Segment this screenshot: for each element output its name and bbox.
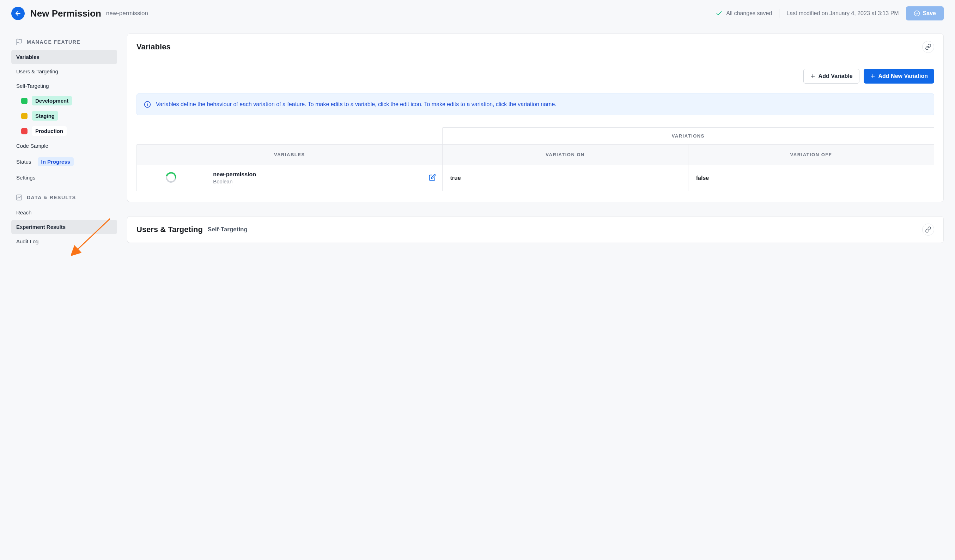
info-banner: Variables define the behaviour of each v… bbox=[136, 94, 934, 115]
page-slug: new-permission bbox=[106, 10, 148, 17]
add-variation-label: Add New Variation bbox=[878, 73, 928, 79]
info-icon bbox=[144, 101, 151, 108]
add-variable-label: Add Variable bbox=[819, 73, 853, 79]
copy-link-button[interactable] bbox=[922, 224, 934, 236]
sidebar-item-status[interactable]: Status In Progress bbox=[11, 153, 117, 171]
users-panel-header: Users & Targeting Self-Targeting bbox=[127, 216, 943, 242]
panel-title: Users & Targeting bbox=[136, 225, 203, 234]
sidebar-item-label: Variables bbox=[16, 54, 39, 60]
sidebar-item-code-sample[interactable]: Code Sample bbox=[11, 139, 117, 153]
env-label: Production bbox=[32, 126, 67, 136]
sidebar-item-audit-log[interactable]: Audit Log bbox=[11, 234, 117, 249]
save-button-label: Save bbox=[923, 10, 936, 17]
sidebar-item-label: Users & Targeting bbox=[16, 69, 58, 74]
table-row: new-permission Boolean true false bbox=[137, 165, 934, 191]
env-color-dot bbox=[21, 113, 28, 119]
link-icon bbox=[925, 44, 932, 50]
sidebar-item-users-targeting[interactable]: Users & Targeting bbox=[11, 64, 117, 79]
variable-name-cell: new-permission Boolean bbox=[205, 165, 442, 191]
edit-variable-button[interactable] bbox=[429, 174, 436, 182]
link-icon bbox=[925, 227, 932, 233]
sidebar-item-experiment-results[interactable]: Experiment Results bbox=[11, 220, 117, 234]
back-button[interactable] bbox=[11, 7, 25, 20]
variables-table: VARIATIONS VARIABLES VARIATION ON VARIAT… bbox=[136, 127, 934, 191]
sidebar-data-header: DATA & RESULTS bbox=[27, 195, 76, 200]
plus-icon bbox=[870, 74, 876, 79]
saved-indicator: All changes saved bbox=[715, 10, 772, 17]
copy-link-button[interactable] bbox=[922, 41, 934, 53]
check-circle-icon bbox=[914, 10, 920, 17]
sidebar-item-label: Audit Log bbox=[16, 238, 38, 244]
check-icon bbox=[715, 10, 723, 17]
last-modified: Last modified on January 4, 2023 at 3:13… bbox=[786, 10, 899, 17]
variation-on-value[interactable]: true bbox=[442, 165, 688, 191]
sidebar-item-label: Code Sample bbox=[16, 143, 48, 149]
users-targeting-panel: Users & Targeting Self-Targeting bbox=[127, 216, 944, 243]
sidebar-env-staging[interactable]: Staging bbox=[16, 108, 117, 124]
flag-icon bbox=[16, 38, 23, 45]
save-button[interactable]: Save bbox=[906, 6, 944, 20]
main-content: Variables Add Variable Add New Variation… bbox=[127, 33, 944, 249]
variation-off-header[interactable]: VARIATION OFF bbox=[688, 145, 934, 165]
variable-type: Boolean bbox=[213, 178, 434, 185]
sidebar-item-settings[interactable]: Settings bbox=[11, 171, 117, 185]
edit-icon bbox=[429, 174, 436, 181]
sidebar-env-development[interactable]: Development bbox=[16, 93, 117, 108]
page-title: New Permission bbox=[30, 8, 101, 19]
add-variation-button[interactable]: Add New Variation bbox=[864, 69, 934, 84]
variables-panel-header: Variables bbox=[127, 34, 943, 60]
env-label: Staging bbox=[32, 111, 58, 120]
variation-off-value[interactable]: false bbox=[688, 165, 934, 191]
arrow-left-icon bbox=[14, 10, 22, 17]
sidebar: MANAGE FEATURE Variables Users & Targeti… bbox=[11, 33, 117, 249]
svg-point-1 bbox=[914, 11, 919, 16]
saved-label: All changes saved bbox=[726, 10, 772, 17]
env-color-dot bbox=[21, 98, 28, 104]
sidebar-manage-header: MANAGE FEATURE bbox=[27, 39, 80, 45]
variable-type-icon-cell bbox=[137, 165, 205, 191]
status-badge: In Progress bbox=[38, 157, 74, 166]
variable-name: new-permission bbox=[213, 171, 434, 178]
variations-header: VARIATIONS bbox=[442, 128, 934, 145]
panel-title: Variables bbox=[136, 42, 171, 52]
sidebar-section-data: DATA & RESULTS bbox=[11, 189, 117, 205]
sidebar-item-label: Settings bbox=[16, 175, 35, 181]
sidebar-item-reach[interactable]: Reach bbox=[11, 205, 117, 220]
sidebar-item-self-targeting[interactable]: Self-Targeting bbox=[16, 79, 117, 93]
divider bbox=[779, 9, 780, 18]
chart-icon bbox=[16, 194, 23, 201]
page-header: New Permission new-permission All change… bbox=[0, 0, 955, 27]
sidebar-item-label: Status bbox=[16, 159, 31, 165]
boolean-type-icon bbox=[164, 170, 178, 185]
env-label: Development bbox=[32, 96, 72, 105]
variables-panel: Variables Add Variable Add New Variation… bbox=[127, 33, 944, 202]
add-variable-button[interactable]: Add Variable bbox=[803, 69, 860, 84]
sidebar-env-production[interactable]: Production bbox=[16, 124, 117, 139]
sidebar-item-label: Self-Targeting bbox=[16, 83, 49, 89]
variables-col-header: VARIABLES bbox=[137, 145, 443, 165]
info-text: Variables define the behaviour of each v… bbox=[156, 100, 556, 109]
sidebar-item-variables[interactable]: Variables bbox=[11, 50, 117, 64]
sidebar-item-label: Reach bbox=[16, 210, 31, 216]
plus-icon bbox=[810, 74, 816, 79]
variation-on-header[interactable]: VARIATION ON bbox=[442, 145, 688, 165]
sidebar-section-manage: MANAGE FEATURE bbox=[11, 33, 117, 50]
sidebar-item-label: Experiment Results bbox=[16, 224, 66, 230]
panel-subtitle: Self-Targeting bbox=[208, 226, 247, 233]
env-color-dot bbox=[21, 128, 28, 135]
